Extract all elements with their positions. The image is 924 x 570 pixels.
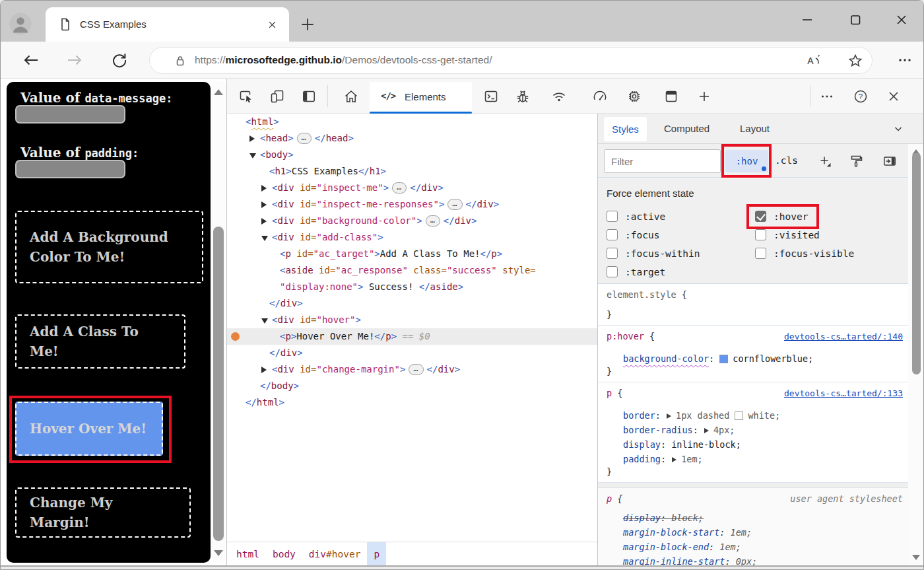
dom-row[interactable]: </body>: [227, 378, 597, 394]
dom-row[interactable]: </div>: [227, 295, 597, 312]
breadcrumb-item[interactable]: html: [230, 542, 266, 567]
url-text[interactable]: https://microsoftedge.github.io/Demos/de…: [195, 54, 492, 66]
visited-checkbox[interactable]: [755, 229, 766, 240]
css-overview-brush-icon[interactable]: [848, 153, 864, 169]
css-property[interactable]: margin-block-end: 1em;: [607, 540, 903, 555]
focus-visible-checkbox[interactable]: [755, 248, 766, 259]
scroll-down-icon[interactable]: [214, 550, 223, 556]
lock-icon[interactable]: [172, 53, 188, 69]
focus-checkbox[interactable]: [607, 229, 618, 240]
rule-selector[interactable]: element.style: [607, 289, 676, 300]
forward-icon[interactable]: [65, 51, 84, 69]
expand-arrow-icon[interactable]: [249, 135, 255, 142]
dom-row[interactable]: <div id="background-color">…</div>: [227, 213, 597, 229]
focus-within-checkbox[interactable]: [607, 248, 618, 259]
collapsed-content-ellipsis[interactable]: …: [409, 364, 423, 375]
collapse-arrow-icon[interactable]: [261, 318, 268, 324]
tab-styles[interactable]: Styles: [604, 117, 647, 141]
page-scrollbar[interactable]: [211, 81, 226, 563]
css-property[interactable]: padding: 1em;: [607, 452, 903, 467]
dom-row[interactable]: <aside id="ac_response" class="success" …: [227, 262, 597, 279]
window-close-icon[interactable]: [892, 11, 911, 29]
console-icon[interactable]: [483, 89, 499, 104]
expand-arrow-icon[interactable]: [261, 367, 267, 373]
device-emulation-icon[interactable]: [269, 89, 285, 104]
debugger-bug-icon[interactable]: [515, 89, 531, 104]
expand-arrow-icon[interactable]: [261, 218, 267, 225]
css-property[interactable]: border-radius: 4px;: [607, 423, 903, 438]
expand-shorthand-icon[interactable]: [704, 428, 709, 433]
breadcrumb-item[interactable]: div#hover: [302, 542, 368, 567]
dom-row[interactable]: <p id="ac_target">Add A Class To Me!</p>: [227, 246, 597, 262]
change-margin-button[interactable]: Change My Margin!: [15, 487, 191, 538]
collapsed-content-ellipsis[interactable]: …: [392, 182, 407, 194]
tab-close-icon[interactable]: [266, 18, 279, 31]
expand-shorthand-icon[interactable]: [667, 413, 671, 419]
padding-input[interactable]: [15, 160, 125, 178]
dom-row[interactable]: <div id="hover">: [227, 312, 597, 328]
collapsed-content-ellipsis[interactable]: …: [297, 133, 312, 144]
expand-arrow-icon[interactable]: [261, 185, 267, 192]
profile-avatar[interactable]: [8, 11, 33, 36]
dom-row[interactable]: "display:none"> Success! </aside>: [227, 279, 597, 295]
add-background-color-button[interactable]: Add A Background Color To Me!: [15, 211, 203, 283]
hover-over-me-button[interactable]: Hover Over Me!: [15, 402, 163, 456]
performance-icon[interactable]: [592, 89, 608, 104]
css-property[interactable]: display: block;: [607, 511, 903, 526]
cpu-profiler-icon[interactable]: [626, 89, 642, 104]
dom-row[interactable]: </div>: [227, 345, 597, 361]
dom-row[interactable]: <div id="change-margin">…</div>: [227, 361, 597, 378]
color-swatch-white[interactable]: [735, 411, 743, 420]
dom-row[interactable]: <div id="inspect-me-responses">…</div>: [227, 196, 597, 213]
rule-selector[interactable]: p: [607, 388, 612, 398]
add-class-button[interactable]: Add A Class To Me!: [15, 314, 185, 369]
browser-menu-icon[interactable]: [895, 52, 915, 69]
tab-computed[interactable]: Computed: [664, 114, 710, 144]
inspect-icon[interactable]: [238, 89, 254, 104]
devtools-close-icon[interactable]: [886, 89, 902, 104]
page-scrollbar-thumb[interactable]: [213, 227, 224, 541]
dom-row[interactable]: <html>: [227, 114, 597, 130]
more-tabs-icon[interactable]: [696, 89, 712, 104]
devtools-menu-icon[interactable]: [819, 89, 835, 104]
scroll-down-icon[interactable]: [912, 555, 920, 560]
css-property[interactable]: border: 1px dashed white;: [607, 409, 903, 423]
breadcrumb-item[interactable]: p: [367, 542, 386, 567]
read-aloud-icon[interactable]: A: [805, 52, 822, 69]
element-classes-button[interactable]: .cls: [775, 144, 798, 178]
home-icon[interactable]: [343, 89, 359, 104]
new-style-rule-icon[interactable]: [817, 153, 833, 169]
active-checkbox[interactable]: [607, 211, 618, 222]
back-icon[interactable]: [21, 51, 41, 69]
rule-selector[interactable]: p:hover: [607, 331, 644, 341]
css-property[interactable]: margin-block-start: 1em;: [607, 526, 903, 540]
breadcrumb-item[interactable]: body: [266, 542, 302, 567]
rule-selector[interactable]: {: [612, 388, 622, 398]
chevron-down-icon[interactable]: [894, 124, 903, 133]
expand-arrow-icon[interactable]: [261, 201, 267, 208]
dom-row[interactable]: <h1>CSS Examples</h1>: [227, 163, 597, 180]
rule-selector[interactable]: {: [612, 493, 622, 504]
dom-row[interactable]: <p>Hover Over Me!</p> == $0: [227, 328, 597, 345]
dom-row[interactable]: <body>: [227, 147, 597, 163]
dom-row[interactable]: <div id="inspect-me">…</div>: [227, 180, 597, 196]
dom-row[interactable]: <div id="add-class">: [227, 229, 597, 246]
styles-scrollbar[interactable]: [908, 144, 924, 565]
panel-layout-icon[interactable]: [301, 89, 317, 104]
address-bar[interactable]: https://microsoftedge.github.io/Demos/de…: [149, 47, 873, 74]
styles-filter-input[interactable]: [604, 149, 721, 173]
new-tab-icon[interactable]: [299, 16, 316, 33]
browser-tab[interactable]: CSS Examples: [46, 7, 289, 42]
minimize-icon[interactable]: [797, 11, 817, 29]
css-property[interactable]: display: inline-block;: [607, 438, 903, 452]
rule-selector[interactable]: {: [644, 331, 655, 341]
styles-scrollbar-thumb[interactable]: [912, 153, 921, 374]
css-property[interactable]: background-color: cornflowerblue;: [607, 352, 903, 367]
maximize-icon[interactable]: [845, 11, 865, 29]
tab-elements[interactable]: </> Elements: [370, 82, 472, 114]
collapse-arrow-icon[interactable]: [261, 236, 268, 241]
target-checkbox[interactable]: [607, 266, 618, 277]
collapse-arrow-icon[interactable]: [249, 153, 256, 159]
collapsed-content-ellipsis[interactable]: …: [447, 199, 462, 210]
rule-selector[interactable]: p: [607, 493, 612, 504]
